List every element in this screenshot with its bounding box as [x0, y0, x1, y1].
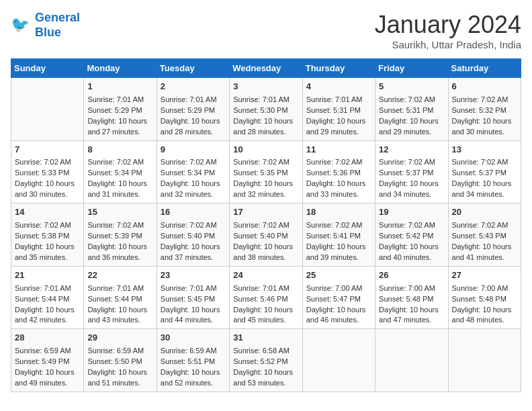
day-info: Daylight: 10 hours [452, 179, 517, 189]
day-info: Daylight: 10 hours [306, 242, 371, 253]
calendar-cell: 16Sunrise: 7:02 AMSunset: 5:40 PMDayligh… [157, 203, 229, 267]
day-info: Sunset: 5:38 PM [15, 231, 80, 242]
day-info: and 40 minutes. [379, 253, 444, 263]
calendar-cell [448, 329, 521, 392]
day-info: Sunrise: 7:02 AM [161, 220, 226, 231]
day-info: Sunrise: 7:00 AM [452, 283, 517, 294]
calendar-cell [375, 329, 448, 392]
day-info: and 44 minutes. [161, 315, 226, 326]
day-number: 8 [87, 144, 152, 156]
day-info: and 41 minutes. [452, 253, 517, 263]
day-info: Sunset: 5:31 PM [379, 105, 444, 116]
day-info: Daylight: 10 hours [233, 305, 298, 316]
calendar-cell: 5Sunrise: 7:02 AMSunset: 5:31 PMDaylight… [375, 78, 448, 141]
calendar-cell: 23Sunrise: 7:01 AMSunset: 5:45 PMDayligh… [157, 266, 229, 329]
logo-text: General Blue [35, 11, 80, 40]
day-info: and 38 minutes. [233, 253, 298, 263]
calendar-cell: 1Sunrise: 7:01 AMSunset: 5:29 PMDaylight… [84, 78, 157, 141]
day-info: Sunrise: 7:01 AM [161, 95, 226, 105]
calendar-cell: 30Sunrise: 6:59 AMSunset: 5:51 PMDayligh… [157, 329, 229, 392]
day-number: 12 [379, 144, 444, 156]
logo-general: General [35, 11, 80, 24]
day-info: and 45 minutes. [233, 315, 298, 326]
day-number: 21 [15, 269, 80, 282]
day-info: Sunrise: 6:59 AM [87, 346, 152, 357]
day-info: and 30 minutes. [452, 127, 517, 138]
day-number: 25 [306, 269, 371, 282]
day-info: and 49 minutes. [15, 378, 80, 389]
day-number: 4 [306, 81, 371, 93]
day-info: Sunset: 5:44 PM [15, 294, 80, 305]
calendar-week-row: 14Sunrise: 7:02 AMSunset: 5:38 PMDayligh… [11, 203, 521, 267]
day-info: Sunrise: 7:01 AM [233, 283, 298, 294]
calendar-week-row: 28Sunrise: 6:59 AMSunset: 5:49 PMDayligh… [11, 329, 521, 392]
day-info: and 33 minutes. [306, 189, 371, 200]
calendar-cell: 12Sunrise: 7:02 AMSunset: 5:37 PMDayligh… [375, 140, 448, 203]
day-number: 22 [87, 269, 152, 282]
day-number: 15 [87, 206, 152, 219]
day-info: Sunset: 5:48 PM [379, 294, 444, 305]
day-number: 31 [233, 332, 298, 345]
day-info: Sunset: 5:48 PM [452, 294, 517, 305]
day-number: 18 [306, 206, 371, 219]
day-info: Sunrise: 7:02 AM [15, 220, 80, 231]
day-info: Daylight: 10 hours [161, 367, 226, 378]
day-info: Sunrise: 7:01 AM [233, 95, 298, 105]
day-info: Daylight: 10 hours [15, 179, 80, 189]
logo: 🐦 General Blue [11, 11, 80, 40]
day-info: Sunset: 5:50 PM [87, 357, 152, 367]
weekday-header: Friday [375, 59, 448, 78]
day-info: Daylight: 10 hours [87, 179, 152, 189]
weekday-row: SundayMondayTuesdayWednesdayThursdayFrid… [11, 59, 521, 78]
logo-blue: Blue [35, 26, 80, 40]
day-info: Sunset: 5:41 PM [306, 231, 371, 242]
day-info: Sunset: 5:37 PM [379, 168, 444, 179]
day-number: 17 [233, 206, 298, 219]
day-number: 28 [15, 332, 80, 345]
day-info: Sunrise: 7:02 AM [15, 157, 80, 168]
day-number: 1 [87, 81, 152, 93]
day-info: Sunset: 5:34 PM [161, 168, 226, 179]
day-info: Sunrise: 7:02 AM [379, 95, 444, 105]
day-info: Sunset: 5:47 PM [306, 294, 371, 305]
day-info: Sunset: 5:42 PM [379, 231, 444, 242]
day-info: Sunrise: 7:02 AM [87, 220, 152, 231]
calendar-cell: 3Sunrise: 7:01 AMSunset: 5:30 PMDaylight… [230, 78, 302, 141]
calendar-cell: 7Sunrise: 7:02 AMSunset: 5:33 PMDaylight… [11, 140, 84, 203]
day-info: Sunset: 5:29 PM [87, 105, 152, 116]
day-info: Sunset: 5:45 PM [161, 294, 226, 305]
day-number: 20 [452, 206, 517, 219]
calendar-cell: 4Sunrise: 7:01 AMSunset: 5:31 PMDaylight… [302, 78, 375, 141]
calendar-cell: 15Sunrise: 7:02 AMSunset: 5:39 PMDayligh… [84, 203, 157, 267]
day-info: Sunset: 5:31 PM [306, 105, 371, 116]
calendar-cell: 20Sunrise: 7:02 AMSunset: 5:43 PMDayligh… [448, 203, 521, 267]
day-info: Sunrise: 7:02 AM [379, 220, 444, 231]
day-info: Sunset: 5:32 PM [452, 105, 517, 116]
calendar-cell: 29Sunrise: 6:59 AMSunset: 5:50 PMDayligh… [84, 329, 157, 392]
day-number: 23 [161, 269, 226, 282]
calendar-cell: 18Sunrise: 7:02 AMSunset: 5:41 PMDayligh… [302, 203, 375, 267]
location: Saurikh, Uttar Pradesh, India [375, 39, 521, 50]
calendar-table: SundayMondayTuesdayWednesdayThursdayFrid… [11, 58, 521, 392]
calendar-header: SundayMondayTuesdayWednesdayThursdayFrid… [11, 59, 521, 78]
calendar-week-row: 7Sunrise: 7:02 AMSunset: 5:33 PMDaylight… [11, 140, 521, 203]
calendar-cell: 11Sunrise: 7:02 AMSunset: 5:36 PMDayligh… [302, 140, 375, 203]
day-info: Daylight: 10 hours [87, 116, 152, 127]
day-info: Daylight: 10 hours [161, 305, 226, 316]
day-info: Sunrise: 7:00 AM [306, 283, 371, 294]
day-number: 6 [452, 81, 517, 93]
calendar-cell: 22Sunrise: 7:01 AMSunset: 5:44 PMDayligh… [84, 266, 157, 329]
day-number: 30 [161, 332, 226, 345]
day-info: and 29 minutes. [306, 127, 371, 138]
day-info: Sunset: 5:49 PM [15, 357, 80, 367]
weekday-header: Sunday [11, 59, 84, 78]
weekday-header: Saturday [448, 59, 521, 78]
day-info: Daylight: 10 hours [306, 305, 371, 316]
day-info: Sunrise: 7:01 AM [161, 283, 226, 294]
day-number: 11 [306, 144, 371, 156]
day-info: Sunset: 5:36 PM [306, 168, 371, 179]
day-number: 13 [452, 144, 517, 156]
day-info: Sunset: 5:30 PM [233, 105, 298, 116]
day-number: 3 [233, 81, 298, 93]
day-info: and 46 minutes. [306, 315, 371, 326]
